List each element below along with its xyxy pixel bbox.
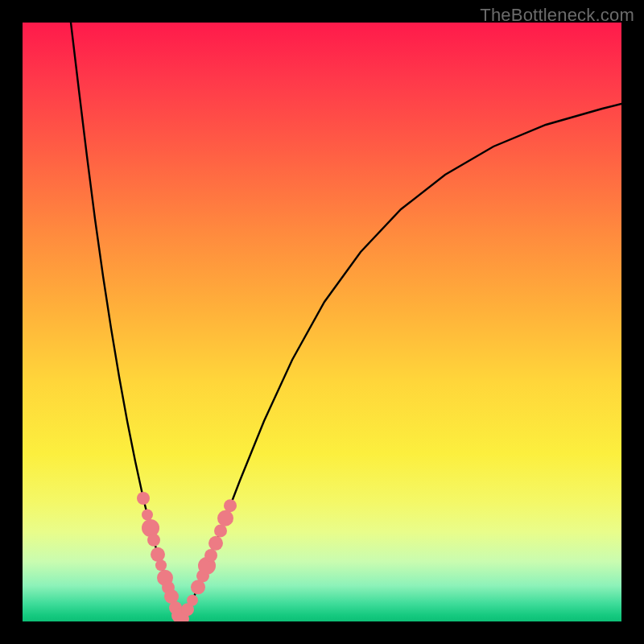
dot-20 <box>217 510 233 526</box>
curve-right-branch <box>181 104 621 621</box>
dot-13 <box>187 595 198 606</box>
dot-0 <box>137 492 150 505</box>
plot-area <box>23 23 621 621</box>
dot-21 <box>224 499 237 512</box>
dot-17 <box>204 549 217 562</box>
curve-layer <box>23 23 621 621</box>
dot-19 <box>214 524 227 537</box>
dot-1 <box>142 510 153 521</box>
scatter-dots <box>137 492 237 621</box>
curve-left-branch <box>71 23 181 621</box>
dot-4 <box>151 547 165 562</box>
dot-2 <box>142 519 159 537</box>
chart-frame: TheBottleneck.com <box>0 0 644 644</box>
dot-18 <box>208 536 223 551</box>
dot-3 <box>147 534 160 547</box>
dot-5 <box>155 559 167 571</box>
